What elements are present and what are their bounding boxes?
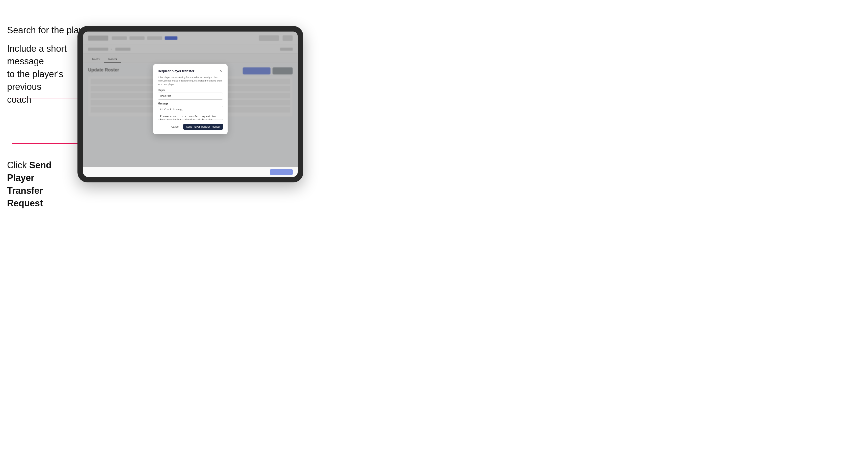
cancel-button[interactable]: Cancel bbox=[169, 124, 181, 129]
modal-header: Request player transfer × bbox=[158, 69, 223, 73]
message-field-label: Message bbox=[158, 102, 223, 105]
arrow-1-vertical bbox=[12, 66, 12, 98]
modal-description: If the player is transferring from anoth… bbox=[158, 76, 223, 86]
annotation-click: Click Send PlayerTransfer Request bbox=[7, 159, 78, 210]
annotation-message: Include a short messageto the player's p… bbox=[7, 42, 73, 106]
bottombar-save-btn bbox=[270, 169, 293, 175]
message-textarea[interactable]: Hi Coach McHarg, Please accept this tran… bbox=[158, 106, 223, 120]
modal-title: Request player transfer bbox=[158, 69, 194, 73]
request-transfer-modal: Request player transfer × If the player … bbox=[153, 64, 227, 134]
tablet-screen: › Roster Roster Update Roster bbox=[83, 32, 298, 177]
send-transfer-request-button[interactable]: Send Player Transfer Request bbox=[183, 124, 223, 130]
player-field-label: Player bbox=[158, 89, 223, 92]
modal-actions: Cancel Send Player Transfer Request bbox=[158, 124, 223, 130]
tablet-device: › Roster Roster Update Roster bbox=[78, 26, 303, 182]
player-input[interactable] bbox=[158, 93, 223, 100]
modal-overlay: Request player transfer × If the player … bbox=[83, 32, 298, 167]
app-bottombar bbox=[83, 167, 298, 177]
close-icon[interactable]: × bbox=[218, 69, 223, 73]
